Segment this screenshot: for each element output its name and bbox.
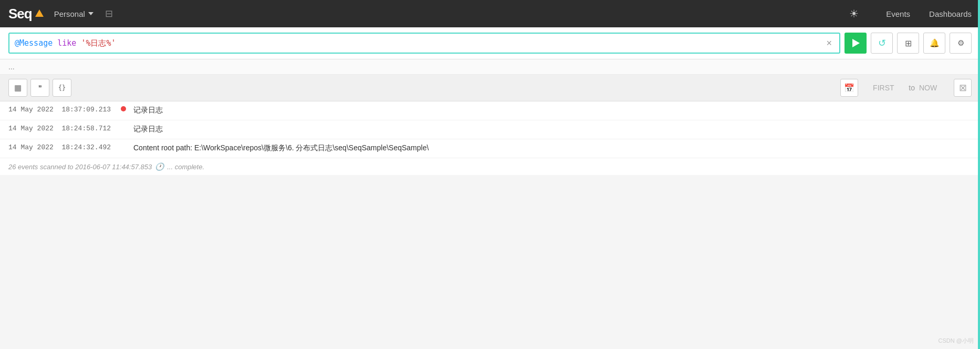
query-str-part: '%日志%': [81, 38, 116, 48]
pin-icon[interactable]: ⊟: [105, 8, 113, 19]
bar-chart-icon: ▦: [14, 83, 22, 93]
brace-button[interactable]: {}: [53, 79, 71, 97]
nav-dashboards-link[interactable]: Dashboards: [929, 9, 972, 18]
event-level: [120, 106, 127, 111]
status-suffix: ... complete.: [167, 163, 204, 171]
event-message: 记录日志: [133, 125, 972, 134]
top-nav: Seq Personal ⊟ ☀ Events Dashboards: [0, 0, 980, 27]
teal-accent-bar: [978, 0, 980, 175]
loop-icon: ↺: [878, 37, 886, 49]
event-timestamp: 14 May 2022 18:24:32.492: [8, 143, 113, 151]
status-text: 26 events scanned to 2016-06-07 11:44:57…: [8, 163, 152, 171]
nav-events-link[interactable]: Events: [886, 9, 910, 18]
ellipsis-text: ...: [8, 63, 15, 71]
logo: Seq: [8, 6, 44, 22]
date-to-input[interactable]: [919, 84, 951, 92]
logo-arrow-icon: [35, 9, 44, 17]
add-signal-button[interactable]: 🔔: [923, 33, 945, 54]
clear-search-button[interactable]: ×: [824, 38, 834, 48]
bar-chart-button[interactable]: ▦: [8, 79, 27, 97]
date-range: 📅 to: [840, 79, 951, 97]
calendar-icon-button[interactable]: 📅: [840, 79, 858, 97]
table-row[interactable]: 14 May 2022 18:37:09.213 记录日志: [0, 101, 980, 120]
events-container: 14 May 2022 18:37:09.213 记录日志 14 May 202…: [0, 101, 980, 175]
query-at-part: @Message: [15, 38, 57, 48]
level-dot-error: [121, 106, 126, 111]
grid-layout-button[interactable]: ⊞: [897, 33, 919, 54]
table-row[interactable]: 14 May 2022 18:24:58.712 记录日志: [0, 120, 980, 139]
filter-toolbar: ▦ ❞ {} 📅 to ⊠: [0, 75, 980, 101]
clear-range-button[interactable]: ⊠: [954, 79, 972, 97]
add-signal-icon: 🔔: [930, 38, 940, 48]
grid-icon: ⊞: [905, 38, 912, 48]
logo-text: Seq: [8, 6, 32, 22]
brace-icon: {}: [58, 84, 66, 91]
loop-button[interactable]: ↺: [871, 33, 893, 54]
quote-button[interactable]: ❞: [30, 79, 49, 97]
table-row[interactable]: 14 May 2022 18:24:32.492 Content root pa…: [0, 139, 980, 158]
ellipsis-line: ...: [0, 59, 980, 75]
to-label: to: [909, 84, 915, 92]
query-like-part: like: [57, 38, 81, 48]
date-from-input[interactable]: [862, 84, 904, 92]
play-icon: [852, 39, 860, 47]
run-query-button[interactable]: [845, 33, 867, 54]
theme-toggle-icon[interactable]: ☀: [849, 7, 859, 20]
personal-menu-button[interactable]: Personal: [50, 7, 98, 20]
history-icon: 🕐: [155, 162, 164, 171]
chevron-down-icon: [88, 12, 93, 15]
clear-range-icon: ⊠: [959, 82, 967, 94]
settings-icon: ⚙: [957, 38, 964, 48]
calendar-icon: 📅: [844, 83, 854, 93]
event-timestamp: 14 May 2022 18:24:58.712: [8, 125, 113, 132]
event-message: Content root path: E:\WorkSpace\repos\微服…: [133, 143, 972, 153]
personal-label: Personal: [54, 9, 85, 18]
quote-icon: ❞: [38, 84, 42, 92]
settings-button[interactable]: ⚙: [950, 33, 972, 54]
status-line: 26 events scanned to 2016-06-07 11:44:57…: [0, 158, 980, 175]
event-message: 记录日志: [133, 106, 972, 115]
search-bar-container: @Message like '%日志%' × ↺ ⊞ 🔔 ⚙: [0, 27, 980, 59]
search-input-wrapper: @Message like '%日志%' ×: [8, 33, 840, 54]
event-timestamp: 14 May 2022 18:37:09.213: [8, 106, 113, 114]
